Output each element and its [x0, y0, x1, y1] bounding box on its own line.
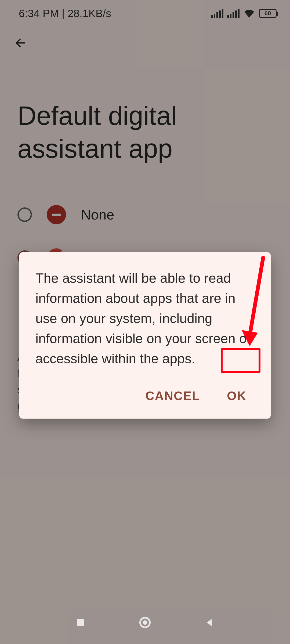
svg-point-4: [143, 620, 147, 625]
confirm-dialog: The assistant will be able to read infor…: [19, 252, 271, 419]
dialog-buttons: CANCEL OK: [35, 384, 255, 408]
circle-icon: [139, 616, 151, 629]
home-button[interactable]: [137, 614, 153, 631]
back-nav-button[interactable]: [201, 614, 218, 631]
cancel-button[interactable]: CANCEL: [137, 384, 208, 408]
system-nav-bar: [0, 609, 290, 636]
square-icon: [75, 617, 86, 628]
recents-button[interactable]: [73, 614, 89, 631]
dialog-body: The assistant will be able to read infor…: [35, 268, 255, 369]
svg-rect-2: [77, 619, 84, 626]
triangle-left-icon: [204, 617, 215, 628]
ok-button[interactable]: OK: [219, 384, 255, 408]
